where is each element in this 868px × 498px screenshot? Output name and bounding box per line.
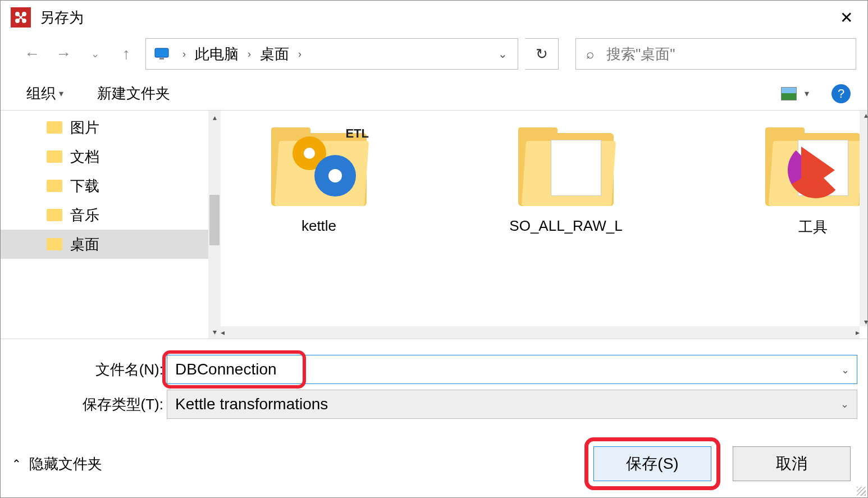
folder-icon (47, 121, 62, 134)
view-thumb-icon (781, 87, 797, 100)
view-mode-button[interactable]: ▾ (781, 87, 809, 100)
play-icon (801, 147, 835, 194)
folder-icon (47, 238, 62, 250)
sidebar-item-desktop[interactable]: 桌面 (1, 230, 208, 259)
chevron-up-icon: ⌃ (12, 457, 21, 470)
folder-icon: ETL (271, 127, 367, 206)
folder-kettle[interactable]: ETL kettle (260, 127, 378, 237)
breadcrumb-dropdown[interactable]: ⌄ (487, 47, 518, 61)
form-area: 文件名(N): ⌄ 保存类型(T): Kettle transformation… (1, 339, 867, 430)
cancel-button[interactable]: 取消 (733, 446, 851, 481)
chevron-down-icon[interactable]: ⌄ (841, 364, 849, 376)
resize-grip[interactable] (857, 487, 866, 496)
file-label: SO_ALL_RAW_L (509, 217, 622, 235)
scroll-down-icon[interactable]: ▾ (211, 325, 219, 339)
new-folder-button[interactable]: 新建文件夹 (97, 84, 170, 103)
search-input[interactable]: ⌕ 搜索"桌面" (575, 38, 856, 70)
app-icon (11, 7, 31, 28)
organize-label: 组织 (26, 84, 56, 103)
filetype-value: Kettle transformations (175, 395, 328, 413)
chevron-down-icon: ⌄ (840, 398, 849, 410)
breadcrumb[interactable]: › 此电脑 › 桌面 › ⌄ (145, 38, 518, 70)
sidebar-item-label: 文档 (70, 147, 99, 167)
pc-icon (146, 48, 177, 60)
scrollbar-thumb[interactable] (209, 195, 220, 245)
scroll-left-icon[interactable]: ◂ (221, 328, 225, 337)
files-scrollbar-h[interactable]: ◂▸ (221, 326, 860, 339)
cancel-label: 取消 (776, 453, 807, 474)
sidebar-item-music[interactable]: 音乐 (1, 200, 208, 230)
sidebar-item-downloads[interactable]: 下载 (1, 171, 208, 200)
gear-icon (319, 160, 351, 191)
sidebar-item-label: 下载 (70, 176, 99, 196)
content-area: 图片 文档 下载 音乐 桌面 ▴ ▾ ETL kettle (1, 111, 867, 339)
close-button[interactable]: ✕ (830, 4, 863, 31)
save-label: 保存(S) (626, 453, 678, 474)
new-folder-label: 新建文件夹 (97, 84, 170, 103)
breadcrumb-desktop[interactable]: 桌面 (257, 44, 293, 64)
sidebar-item-pictures[interactable]: 图片 (1, 113, 208, 142)
folder-icon (518, 127, 614, 206)
help-button[interactable]: ? (832, 84, 851, 103)
sidebar-item-label: 图片 (70, 118, 99, 138)
files-scrollbar-v[interactable]: ▴▾ (860, 111, 868, 326)
search-placeholder: 搜索"桌面" (606, 44, 675, 64)
sidebar-item-label: 音乐 (70, 205, 99, 225)
etl-badge: ETL (345, 126, 369, 141)
sidebar-scrollbar[interactable]: ▴ ▾ (208, 111, 221, 339)
hide-folders-button[interactable]: ⌃ 隐藏文件夹 (12, 454, 102, 474)
gear-icon (297, 141, 322, 166)
chevron-right-icon: › (242, 48, 257, 60)
save-button[interactable]: 保存(S) (593, 446, 711, 481)
sidebar-item-documents[interactable]: 文档 (1, 142, 208, 171)
folder-icon (47, 150, 62, 163)
chevron-right-icon: › (177, 48, 191, 60)
filetype-select[interactable]: Kettle transformations ⌄ (167, 390, 857, 419)
filetype-label: 保存类型(T): (1, 395, 167, 414)
hide-folders-label: 隐藏文件夹 (29, 454, 102, 474)
window-title: 另存为 (40, 8, 830, 28)
recent-dropdown[interactable]: ⌄ (83, 42, 107, 66)
sidebar: 图片 文档 下载 音乐 桌面 (1, 111, 208, 339)
sidebar-item-label: 桌面 (70, 235, 99, 254)
search-icon: ⌕ (586, 46, 594, 62)
scroll-down-icon[interactable]: ▾ (864, 317, 868, 326)
folder-icon (47, 209, 62, 221)
back-button[interactable]: ← (20, 42, 44, 66)
filename-input[interactable] (167, 355, 857, 384)
filename-label: 文件名(N): (1, 360, 167, 380)
forward-button[interactable]: → (51, 42, 76, 66)
svg-rect-5 (159, 58, 164, 60)
scroll-up-icon[interactable]: ▴ (864, 111, 868, 120)
file-label: 工具 (798, 217, 828, 237)
chevron-right-icon: › (293, 48, 307, 60)
refresh-button[interactable]: ↻ (525, 38, 559, 70)
up-button[interactable]: ↑ (114, 42, 139, 66)
folder-tools[interactable]: 工具 (754, 127, 868, 237)
scroll-up-icon[interactable]: ▴ (211, 111, 219, 124)
organize-button[interactable]: 组织 ▾ (26, 84, 63, 103)
document-icon (551, 140, 601, 196)
folder-so-all-raw[interactable]: SO_ALL_RAW_L (507, 127, 625, 237)
titlebar: 另存为 ✕ (1, 1, 867, 34)
chevron-down-icon: ▾ (59, 88, 63, 99)
folder-icon (765, 127, 861, 206)
toolbar: 组织 ▾ 新建文件夹 ▾ ? (1, 77, 867, 111)
folder-icon (47, 180, 62, 192)
files-pane[interactable]: ETL kettle SO_ALL_RAW_L (221, 111, 868, 339)
svg-rect-4 (155, 48, 168, 57)
breadcrumb-pc[interactable]: 此电脑 (191, 44, 242, 64)
nav-row: ← → ⌄ ↑ › 此电脑 › 桌面 › ⌄ ↻ ⌕ 搜索"桌面" (1, 34, 867, 74)
chevron-down-icon: ▾ (805, 88, 809, 99)
file-label: kettle (301, 217, 336, 235)
bottom-bar: ⌃ 隐藏文件夹 保存(S) 取消 (1, 430, 867, 497)
scroll-right-icon[interactable]: ▸ (856, 328, 860, 337)
